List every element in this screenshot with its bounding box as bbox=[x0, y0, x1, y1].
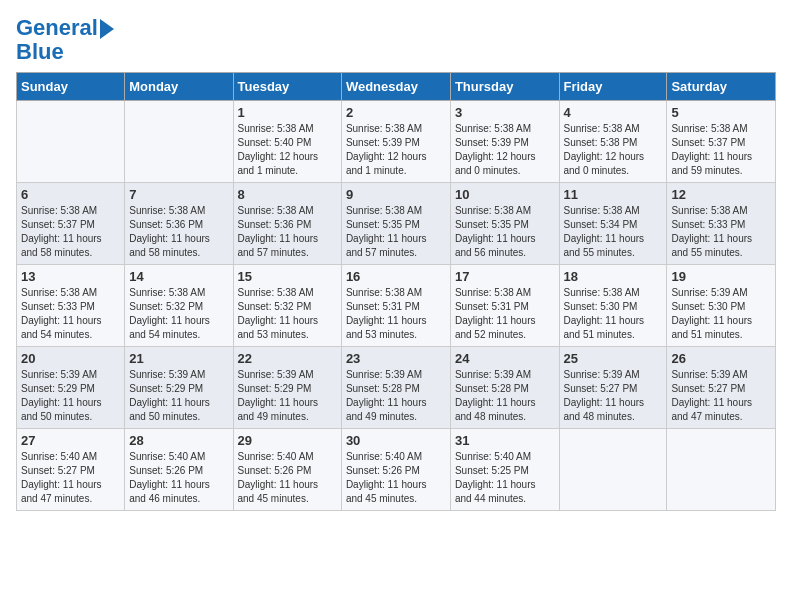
column-header-tuesday: Tuesday bbox=[233, 73, 341, 101]
day-number: 10 bbox=[455, 187, 555, 202]
day-number: 29 bbox=[238, 433, 337, 448]
calendar-cell: 17Sunrise: 5:38 AM Sunset: 5:31 PM Dayli… bbox=[450, 265, 559, 347]
day-number: 23 bbox=[346, 351, 446, 366]
logo-arrow-icon bbox=[100, 19, 114, 39]
day-number: 8 bbox=[238, 187, 337, 202]
day-detail: Sunrise: 5:38 AM Sunset: 5:33 PM Dayligh… bbox=[671, 204, 771, 260]
day-number: 20 bbox=[21, 351, 120, 366]
calendar-cell: 29Sunrise: 5:40 AM Sunset: 5:26 PM Dayli… bbox=[233, 429, 341, 511]
day-detail: Sunrise: 5:38 AM Sunset: 5:35 PM Dayligh… bbox=[346, 204, 446, 260]
day-detail: Sunrise: 5:38 AM Sunset: 5:35 PM Dayligh… bbox=[455, 204, 555, 260]
calendar-cell: 10Sunrise: 5:38 AM Sunset: 5:35 PM Dayli… bbox=[450, 183, 559, 265]
day-number: 30 bbox=[346, 433, 446, 448]
day-number: 5 bbox=[671, 105, 771, 120]
day-number: 19 bbox=[671, 269, 771, 284]
day-detail: Sunrise: 5:39 AM Sunset: 5:27 PM Dayligh… bbox=[671, 368, 771, 424]
day-detail: Sunrise: 5:39 AM Sunset: 5:27 PM Dayligh… bbox=[564, 368, 663, 424]
day-number: 7 bbox=[129, 187, 228, 202]
day-detail: Sunrise: 5:38 AM Sunset: 5:33 PM Dayligh… bbox=[21, 286, 120, 342]
day-detail: Sunrise: 5:39 AM Sunset: 5:29 PM Dayligh… bbox=[21, 368, 120, 424]
day-number: 21 bbox=[129, 351, 228, 366]
column-header-thursday: Thursday bbox=[450, 73, 559, 101]
day-detail: Sunrise: 5:38 AM Sunset: 5:37 PM Dayligh… bbox=[671, 122, 771, 178]
calendar-cell: 14Sunrise: 5:38 AM Sunset: 5:32 PM Dayli… bbox=[125, 265, 233, 347]
day-number: 14 bbox=[129, 269, 228, 284]
calendar-cell: 23Sunrise: 5:39 AM Sunset: 5:28 PM Dayli… bbox=[341, 347, 450, 429]
day-detail: Sunrise: 5:40 AM Sunset: 5:26 PM Dayligh… bbox=[238, 450, 337, 506]
column-header-monday: Monday bbox=[125, 73, 233, 101]
calendar-cell: 8Sunrise: 5:38 AM Sunset: 5:36 PM Daylig… bbox=[233, 183, 341, 265]
page-header: General Blue bbox=[16, 16, 776, 64]
day-detail: Sunrise: 5:38 AM Sunset: 5:31 PM Dayligh… bbox=[455, 286, 555, 342]
day-number: 17 bbox=[455, 269, 555, 284]
logo: General Blue bbox=[16, 16, 114, 64]
calendar-table: SundayMondayTuesdayWednesdayThursdayFrid… bbox=[16, 72, 776, 511]
day-detail: Sunrise: 5:38 AM Sunset: 5:39 PM Dayligh… bbox=[346, 122, 446, 178]
day-detail: Sunrise: 5:38 AM Sunset: 5:32 PM Dayligh… bbox=[129, 286, 228, 342]
calendar-cell: 7Sunrise: 5:38 AM Sunset: 5:36 PM Daylig… bbox=[125, 183, 233, 265]
calendar-body: 1Sunrise: 5:38 AM Sunset: 5:40 PM Daylig… bbox=[17, 101, 776, 511]
column-header-friday: Friday bbox=[559, 73, 667, 101]
calendar-cell: 20Sunrise: 5:39 AM Sunset: 5:29 PM Dayli… bbox=[17, 347, 125, 429]
day-detail: Sunrise: 5:38 AM Sunset: 5:36 PM Dayligh… bbox=[129, 204, 228, 260]
week-row-5: 27Sunrise: 5:40 AM Sunset: 5:27 PM Dayli… bbox=[17, 429, 776, 511]
calendar-cell: 9Sunrise: 5:38 AM Sunset: 5:35 PM Daylig… bbox=[341, 183, 450, 265]
calendar-cell: 18Sunrise: 5:38 AM Sunset: 5:30 PM Dayli… bbox=[559, 265, 667, 347]
column-header-wednesday: Wednesday bbox=[341, 73, 450, 101]
calendar-cell: 1Sunrise: 5:38 AM Sunset: 5:40 PM Daylig… bbox=[233, 101, 341, 183]
calendar-cell: 6Sunrise: 5:38 AM Sunset: 5:37 PM Daylig… bbox=[17, 183, 125, 265]
day-detail: Sunrise: 5:40 AM Sunset: 5:27 PM Dayligh… bbox=[21, 450, 120, 506]
calendar-cell: 3Sunrise: 5:38 AM Sunset: 5:39 PM Daylig… bbox=[450, 101, 559, 183]
calendar-header-row: SundayMondayTuesdayWednesdayThursdayFrid… bbox=[17, 73, 776, 101]
logo-blue: Blue bbox=[16, 40, 114, 64]
day-detail: Sunrise: 5:39 AM Sunset: 5:28 PM Dayligh… bbox=[455, 368, 555, 424]
day-number: 13 bbox=[21, 269, 120, 284]
day-detail: Sunrise: 5:38 AM Sunset: 5:39 PM Dayligh… bbox=[455, 122, 555, 178]
day-number: 15 bbox=[238, 269, 337, 284]
calendar-cell: 24Sunrise: 5:39 AM Sunset: 5:28 PM Dayli… bbox=[450, 347, 559, 429]
day-detail: Sunrise: 5:39 AM Sunset: 5:30 PM Dayligh… bbox=[671, 286, 771, 342]
day-detail: Sunrise: 5:39 AM Sunset: 5:28 PM Dayligh… bbox=[346, 368, 446, 424]
day-number: 1 bbox=[238, 105, 337, 120]
day-detail: Sunrise: 5:39 AM Sunset: 5:29 PM Dayligh… bbox=[129, 368, 228, 424]
day-number: 16 bbox=[346, 269, 446, 284]
calendar-cell: 21Sunrise: 5:39 AM Sunset: 5:29 PM Dayli… bbox=[125, 347, 233, 429]
calendar-cell: 19Sunrise: 5:39 AM Sunset: 5:30 PM Dayli… bbox=[667, 265, 776, 347]
calendar-cell: 12Sunrise: 5:38 AM Sunset: 5:33 PM Dayli… bbox=[667, 183, 776, 265]
week-row-4: 20Sunrise: 5:39 AM Sunset: 5:29 PM Dayli… bbox=[17, 347, 776, 429]
week-row-2: 6Sunrise: 5:38 AM Sunset: 5:37 PM Daylig… bbox=[17, 183, 776, 265]
day-number: 18 bbox=[564, 269, 663, 284]
day-detail: Sunrise: 5:39 AM Sunset: 5:29 PM Dayligh… bbox=[238, 368, 337, 424]
day-detail: Sunrise: 5:40 AM Sunset: 5:26 PM Dayligh… bbox=[129, 450, 228, 506]
column-header-sunday: Sunday bbox=[17, 73, 125, 101]
day-detail: Sunrise: 5:38 AM Sunset: 5:40 PM Dayligh… bbox=[238, 122, 337, 178]
calendar-cell bbox=[125, 101, 233, 183]
day-detail: Sunrise: 5:38 AM Sunset: 5:32 PM Dayligh… bbox=[238, 286, 337, 342]
calendar-cell: 5Sunrise: 5:38 AM Sunset: 5:37 PM Daylig… bbox=[667, 101, 776, 183]
week-row-3: 13Sunrise: 5:38 AM Sunset: 5:33 PM Dayli… bbox=[17, 265, 776, 347]
calendar-cell: 31Sunrise: 5:40 AM Sunset: 5:25 PM Dayli… bbox=[450, 429, 559, 511]
calendar-cell: 27Sunrise: 5:40 AM Sunset: 5:27 PM Dayli… bbox=[17, 429, 125, 511]
day-detail: Sunrise: 5:40 AM Sunset: 5:26 PM Dayligh… bbox=[346, 450, 446, 506]
day-detail: Sunrise: 5:38 AM Sunset: 5:38 PM Dayligh… bbox=[564, 122, 663, 178]
day-detail: Sunrise: 5:38 AM Sunset: 5:31 PM Dayligh… bbox=[346, 286, 446, 342]
day-number: 26 bbox=[671, 351, 771, 366]
day-number: 28 bbox=[129, 433, 228, 448]
calendar-cell: 4Sunrise: 5:38 AM Sunset: 5:38 PM Daylig… bbox=[559, 101, 667, 183]
calendar-cell bbox=[17, 101, 125, 183]
calendar-cell: 2Sunrise: 5:38 AM Sunset: 5:39 PM Daylig… bbox=[341, 101, 450, 183]
day-number: 9 bbox=[346, 187, 446, 202]
day-number: 25 bbox=[564, 351, 663, 366]
day-detail: Sunrise: 5:38 AM Sunset: 5:36 PM Dayligh… bbox=[238, 204, 337, 260]
calendar-cell bbox=[667, 429, 776, 511]
calendar-cell: 22Sunrise: 5:39 AM Sunset: 5:29 PM Dayli… bbox=[233, 347, 341, 429]
day-detail: Sunrise: 5:40 AM Sunset: 5:25 PM Dayligh… bbox=[455, 450, 555, 506]
column-header-saturday: Saturday bbox=[667, 73, 776, 101]
day-number: 6 bbox=[21, 187, 120, 202]
calendar-cell: 25Sunrise: 5:39 AM Sunset: 5:27 PM Dayli… bbox=[559, 347, 667, 429]
calendar-cell: 26Sunrise: 5:39 AM Sunset: 5:27 PM Dayli… bbox=[667, 347, 776, 429]
day-number: 22 bbox=[238, 351, 337, 366]
day-detail: Sunrise: 5:38 AM Sunset: 5:30 PM Dayligh… bbox=[564, 286, 663, 342]
day-number: 4 bbox=[564, 105, 663, 120]
calendar-cell: 15Sunrise: 5:38 AM Sunset: 5:32 PM Dayli… bbox=[233, 265, 341, 347]
